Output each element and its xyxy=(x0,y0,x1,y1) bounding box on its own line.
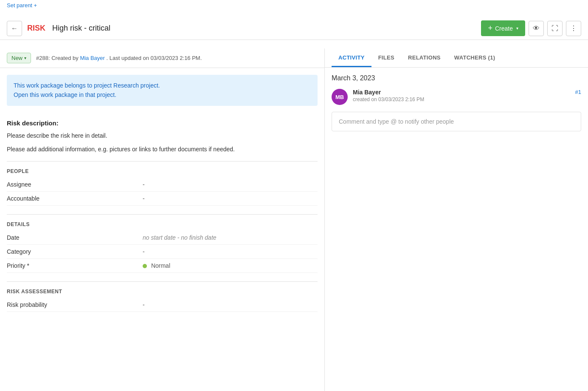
category-value[interactable]: - xyxy=(143,248,318,255)
tabs-bar: ACTIVITY FILES RELATIONS WATCHERS (1) xyxy=(325,48,588,68)
date-row: Date no start date - no finish date xyxy=(7,231,318,245)
people-section-heading: PEOPLE xyxy=(7,168,318,174)
expand-icon: ⛶ xyxy=(551,25,558,32)
page-title: High risk - critical xyxy=(52,24,110,33)
description-title: Risk description: xyxy=(7,119,318,127)
tab-activity[interactable]: ACTIVITY xyxy=(332,48,371,67)
description-line2: Please add additional information, e.g. … xyxy=(7,144,318,154)
dots-vertical-icon: ⋮ xyxy=(570,24,577,32)
priority-dot xyxy=(143,264,147,268)
author-link[interactable]: Mia Bayer xyxy=(80,55,105,61)
assignee-label: Assignee xyxy=(7,181,143,188)
comment-box[interactable]: Comment and type @ to notify other peopl… xyxy=(332,112,581,131)
chevron-down-icon: ▾ xyxy=(516,26,518,31)
avatar: MB xyxy=(332,89,348,105)
open-project-link[interactable]: Open this work package in that project. xyxy=(14,91,116,98)
activity-hash: #1 xyxy=(575,89,581,95)
tab-watchers[interactable]: WATCHERS (1) xyxy=(447,48,502,67)
create-button[interactable]: + Create ▾ xyxy=(481,20,525,36)
fullscreen-button[interactable]: ⛶ xyxy=(547,21,563,36)
eye-icon: 👁 xyxy=(533,25,540,32)
status-badge[interactable]: New ▾ xyxy=(7,53,31,63)
risk-probability-label: Risk probability xyxy=(7,301,143,308)
accountable-row: Accountable - xyxy=(7,192,318,206)
set-parent-link[interactable]: Set parent + xyxy=(7,2,37,8)
tab-relations[interactable]: RELATIONS xyxy=(401,48,447,67)
meta-info: #288: Created by Mia Bayer . Last update… xyxy=(36,55,202,61)
date-label: Date xyxy=(7,234,143,241)
activity-time: created on 03/03/2023 2:16 PM xyxy=(353,96,424,102)
activity-item: MB Mia Bayer created on 03/03/2023 2:16 … xyxy=(332,89,581,105)
date-value[interactable]: no start date - no finish date xyxy=(143,234,318,241)
risk-assessment-heading: RISK ASSESSEMENT xyxy=(7,289,318,295)
category-row: Category - xyxy=(7,245,318,259)
assignee-value[interactable]: - xyxy=(143,181,318,188)
project-info-box: This work package belongs to project Res… xyxy=(7,75,318,106)
assignee-row: Assignee - xyxy=(7,178,318,192)
accountable-label: Accountable xyxy=(7,195,143,202)
back-button[interactable]: ← xyxy=(7,21,22,36)
risk-probability-row: Risk probability - xyxy=(7,298,318,312)
risk-label: RISK xyxy=(27,24,45,33)
activity-date-heading: March 3, 2023 xyxy=(332,74,581,82)
description-line1: Please describe the risk here in detail. xyxy=(7,131,318,140)
priority-value[interactable]: Normal xyxy=(143,262,318,269)
plus-icon: + xyxy=(488,24,492,33)
priority-row: Priority * Normal xyxy=(7,259,318,273)
tab-files[interactable]: FILES xyxy=(371,48,401,67)
risk-probability-value[interactable]: - xyxy=(143,301,318,308)
priority-label: Priority * xyxy=(7,262,143,269)
more-button[interactable]: ⋮ xyxy=(566,21,581,36)
activity-author-name: Mia Bayer xyxy=(353,89,424,96)
category-label: Category xyxy=(7,248,143,255)
details-section-heading: DETAILS xyxy=(7,221,318,227)
watch-button[interactable]: 👁 xyxy=(529,21,544,36)
accountable-value[interactable]: - xyxy=(143,195,318,202)
dropdown-arrow-icon: ▾ xyxy=(24,56,26,60)
project-link[interactable]: Research project. xyxy=(113,82,160,89)
